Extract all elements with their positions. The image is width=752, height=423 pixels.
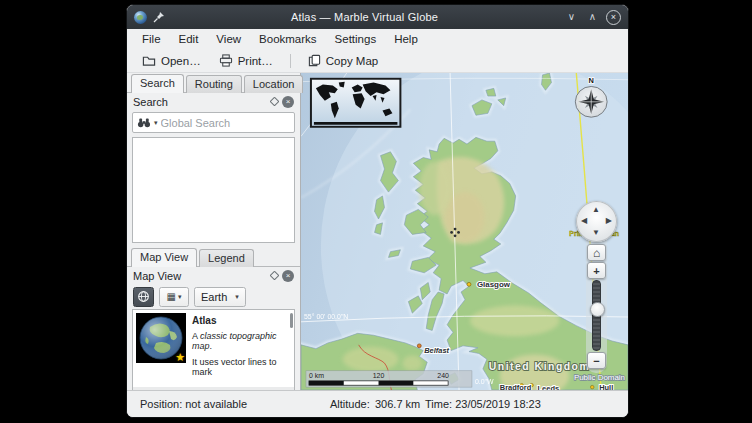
menu-file[interactable]: File [133,31,170,47]
atlas-thumbnail: ★ [136,313,186,363]
binoculars-icon [137,117,151,128]
bradford-label: Bradford [500,383,531,390]
menu-settings[interactable]: Settings [326,31,386,47]
zoom-slider[interactable] [592,280,601,351]
open-button[interactable]: Open… [135,52,208,69]
chevron-down-icon: ▾ [178,293,182,301]
chevron-down-icon: ▾ [235,293,239,301]
scale-end: 240 [437,373,449,380]
print-button[interactable]: Print… [212,52,280,69]
pan-up-arrow-icon[interactable]: ▲ [592,206,600,214]
belfast-marker[interactable] [417,344,421,348]
status-position: Position: not available [140,398,247,410]
grid-icon: ▦ [167,291,176,302]
overview-map[interactable] [311,79,400,127]
printer-icon [219,54,233,67]
glasgow-label: Glasgow [477,280,511,289]
menubar: File Edit View Bookmarks Settings Help [127,29,628,49]
global-search-box[interactable]: ▾ [132,112,295,133]
north-indicator: N [589,76,594,85]
menu-bookmarks[interactable]: Bookmarks [250,31,326,47]
close-panel-icon[interactable]: × [282,270,294,282]
tab-legend[interactable]: Legend [199,249,254,267]
menu-help[interactable]: Help [385,31,427,47]
search-input[interactable] [161,117,290,129]
scale-start: 0 km [309,373,324,380]
float-panel-icon[interactable] [270,271,280,281]
hull-label: Hull [599,383,613,390]
globe-projection-button[interactable] [133,287,154,307]
zoom-out-button[interactable]: − [587,352,606,369]
menu-view[interactable]: View [207,31,250,47]
favorite-star-icon: ★ [175,351,185,363]
map-attribution: Public Domain [574,374,625,383]
zoom-in-button[interactable]: + [587,262,606,279]
mapview-docker-title: Map View [133,270,267,282]
theme-title: Atlas [192,315,291,326]
main-content: Search Routing Location Search × ▾ [127,72,628,390]
copy-map-button[interactable]: Copy Map [301,52,385,69]
left-panel: Search Routing Location Search × ▾ [127,73,301,390]
search-results-list[interactable] [132,137,295,243]
float-panel-icon[interactable] [270,97,280,107]
pan-left-arrow-icon[interactable]: ◀ [581,217,587,225]
maximize-button[interactable]: ∧ [585,10,600,25]
globe-icon [137,290,150,303]
tab-location[interactable]: Location [244,75,304,93]
close-panel-icon[interactable]: × [282,96,294,108]
tab-routing[interactable]: Routing [186,75,242,93]
celestial-body-select[interactable]: Earth ▾ [194,287,246,307]
folder-icon [142,54,156,67]
map-canvas[interactable]: Prime Meridian 55° 00' 00.0"N 0.0"W Glas… [301,73,628,390]
hull-marker[interactable] [590,385,594,388]
tab-search[interactable]: Search [131,74,184,93]
pan-control[interactable]: ▲ ▼ ◀ ▶ [576,201,617,242]
window-title: Atlas — Marble Virtual Globe [171,11,558,23]
search-docker-header: Search × [127,93,300,110]
celestial-list-button[interactable]: ▦ ▾ [159,287,189,307]
longitude-label: 0.0"W [475,378,494,385]
pan-down-arrow-icon[interactable]: ▼ [592,229,600,237]
atlas-description: Atlas A classic topographic map. It uses… [192,313,291,384]
theme-item-atlas[interactable]: ★ Atlas A classic topographic map. It us… [133,310,294,387]
latitude-label: 55° 00' 00.0"N [304,313,348,320]
status-time: Time: 23/05/2019 18:23 [425,398,541,410]
minimize-button[interactable]: ∨ [564,10,579,25]
zoom-slider-handle[interactable] [590,302,605,317]
status-altitude-label: Altitude: [330,398,370,410]
copy-icon [308,54,321,67]
glasgow-marker[interactable] [467,282,471,286]
mapview-docker-header: Map View × [127,267,300,284]
belfast-label: Belfast [424,346,449,355]
pin-icon[interactable] [153,11,165,23]
map-theme-list: ★ Atlas A classic topographic map. It us… [132,309,295,390]
scale-bar: 0 km 120 240 [306,371,472,387]
search-type-dropdown-icon[interactable]: ▾ [154,119,158,127]
pan-right-arrow-icon[interactable]: ▶ [606,217,612,225]
tab-map-view[interactable]: Map View [131,248,197,267]
status-altitude-value: 306.7 km [375,398,420,410]
toolbar: Open… Print… Copy Map [127,49,628,72]
menu-edit[interactable]: Edit [170,31,208,47]
theme-list-scrollbar[interactable] [290,313,293,328]
titlebar[interactable]: Atlas — Marble Virtual Globe ∨ ∧ × [127,5,628,29]
marble-window: Atlas — Marble Virtual Globe ∨ ∧ × File … [126,4,629,418]
bottom-tabbar: Map View Legend [127,247,300,267]
country-label: United Kingdom [489,361,590,372]
marble-app-icon [134,11,147,24]
scale-mid: 120 [373,373,385,380]
home-button[interactable]: ⌂ [587,244,606,261]
search-docker-title: Search [133,96,267,108]
statusbar: Position: not available Altitude: 306.7 … [127,390,628,417]
top-tabbar: Search Routing Location [127,73,300,93]
toolbar-separator [290,54,291,68]
close-button[interactable]: × [606,10,621,25]
mapview-controls: ▦ ▾ Earth ▾ [127,284,300,309]
